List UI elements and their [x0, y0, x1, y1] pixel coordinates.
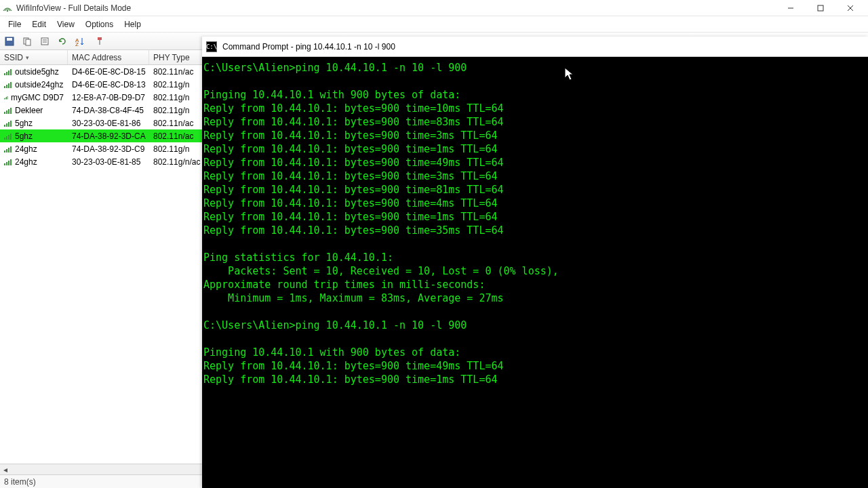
- cell-mac: 30-23-03-0E-81-86: [68, 118, 149, 129]
- svg-rect-6: [7, 38, 12, 41]
- svg-rect-24: [4, 98, 5, 98]
- svg-rect-44: [4, 163, 5, 165]
- col-header-label: SSID: [4, 53, 23, 62]
- cmd-icon: C:\: [206, 41, 217, 52]
- cell-mac: 74-DA-38-92-3D-CA: [68, 131, 149, 142]
- maximize-button[interactable]: [806, 0, 835, 16]
- svg-text:Z: Z: [75, 41, 79, 46]
- cell-phy: 802.11g/n: [149, 105, 203, 116]
- svg-rect-16: [4, 73, 5, 75]
- cell-mac: 30-23-03-0E-81-85: [68, 157, 149, 167]
- svg-rect-47: [10, 159, 12, 165]
- close-button[interactable]: [835, 0, 865, 16]
- svg-rect-34: [8, 122, 9, 127]
- col-header-phy[interactable]: PHY Type: [149, 50, 203, 64]
- svg-rect-42: [8, 148, 9, 152]
- cell-ssid: outside5ghz: [0, 66, 68, 77]
- svg-rect-9: [41, 38, 48, 45]
- svg-rect-46: [8, 161, 9, 165]
- cell-ssid: 24ghz: [0, 144, 68, 155]
- svg-rect-41: [6, 149, 7, 152]
- svg-rect-28: [4, 112, 5, 114]
- minimize-button[interactable]: [776, 0, 806, 16]
- horizontal-scrollbar[interactable]: ◂: [0, 464, 202, 474]
- svg-rect-43: [10, 146, 12, 152]
- svg-rect-22: [8, 83, 9, 88]
- cmd-output[interactable]: C:\Users\Alien>ping 10.44.10.1 -n 10 -l …: [202, 57, 868, 390]
- cell-phy: 802.11n/ac: [149, 131, 203, 142]
- cell-ssid: myGMC D9D7: [0, 92, 68, 103]
- svg-rect-35: [10, 121, 12, 127]
- svg-rect-2: [818, 5, 823, 11]
- cell-phy: 802.11g/n/ac: [149, 157, 203, 167]
- cell-phy: 802.11g/n: [149, 92, 203, 103]
- svg-rect-36: [4, 138, 5, 140]
- cell-mac: 74-DA-38-C8-4F-45: [68, 105, 149, 116]
- status-text: 8 item(s): [4, 477, 36, 487]
- sort-icon[interactable]: AZ: [73, 35, 87, 48]
- svg-rect-19: [10, 69, 12, 75]
- app-icon: [3, 3, 12, 13]
- filter-icon: ▾: [26, 54, 29, 61]
- app-titlebar: WifiInfoView - Full Details Mode: [0, 0, 868, 16]
- svg-rect-32: [4, 125, 5, 127]
- menu-file[interactable]: File: [3, 18, 26, 30]
- svg-rect-18: [8, 70, 9, 75]
- svg-rect-23: [10, 82, 12, 88]
- svg-rect-20: [4, 86, 5, 88]
- svg-rect-31: [10, 108, 12, 114]
- menu-help[interactable]: Help: [119, 18, 146, 30]
- svg-rect-26: [6, 97, 7, 99]
- cell-phy: 802.11g/n: [149, 144, 203, 155]
- svg-rect-29: [6, 110, 7, 114]
- command-prompt-window[interactable]: C:\ Command Prompt - ping 10.44.10.1 -n …: [202, 37, 868, 488]
- app-title: WifiInfoView - Full Details Mode: [16, 3, 131, 13]
- properties-icon[interactable]: [38, 35, 52, 48]
- cell-mac: D4-6E-0E-8C-D8-13: [68, 79, 149, 90]
- cell-mac: 12-E8-A7-0B-D9-D7: [68, 92, 149, 103]
- menu-options[interactable]: Options: [80, 18, 119, 30]
- svg-rect-21: [6, 85, 7, 88]
- svg-rect-39: [10, 134, 12, 140]
- svg-rect-25: [5, 98, 5, 99]
- svg-rect-17: [6, 72, 7, 75]
- cell-phy: 802.11g/n: [149, 79, 203, 90]
- svg-point-0: [7, 9, 8, 11]
- cell-phy: 802.11n/ac: [149, 118, 203, 129]
- cell-ssid: 5ghz: [0, 118, 68, 129]
- svg-rect-14: [98, 37, 102, 40]
- svg-rect-45: [6, 162, 7, 165]
- cell-ssid: outside24ghz: [0, 79, 68, 90]
- refresh-icon[interactable]: [56, 35, 69, 48]
- svg-rect-40: [4, 150, 5, 152]
- cell-ssid: Dekleer: [0, 105, 68, 116]
- menu-edit[interactable]: Edit: [26, 18, 52, 30]
- cmd-title: Command Prompt - ping 10.44.10.1 -n 10 -…: [222, 42, 395, 52]
- cell-phy: 802.11n/ac: [149, 66, 203, 77]
- svg-rect-38: [8, 135, 9, 140]
- cell-ssid: 5ghz: [0, 131, 68, 142]
- svg-rect-30: [8, 109, 9, 114]
- cell-mac: D4-6E-0E-8C-D8-15: [68, 66, 149, 77]
- copy-icon[interactable]: [20, 35, 34, 48]
- svg-rect-27: [7, 96, 7, 99]
- col-header-ssid[interactable]: SSID ▾: [0, 50, 68, 64]
- find-icon[interactable]: [91, 35, 104, 48]
- menu-view[interactable]: View: [52, 18, 80, 30]
- cell-mac: 74-DA-38-92-3D-C9: [68, 144, 149, 155]
- cmd-titlebar[interactable]: C:\ Command Prompt - ping 10.44.10.1 -n …: [202, 37, 868, 57]
- svg-rect-8: [26, 39, 31, 45]
- svg-rect-33: [6, 123, 7, 127]
- col-header-mac[interactable]: MAC Address: [68, 50, 149, 64]
- save-icon[interactable]: [3, 35, 16, 48]
- scroll-left-icon[interactable]: ◂: [0, 465, 11, 474]
- svg-rect-37: [6, 136, 7, 140]
- menubar: File Edit View Options Help: [0, 16, 868, 33]
- cell-ssid: 24ghz: [0, 157, 68, 167]
